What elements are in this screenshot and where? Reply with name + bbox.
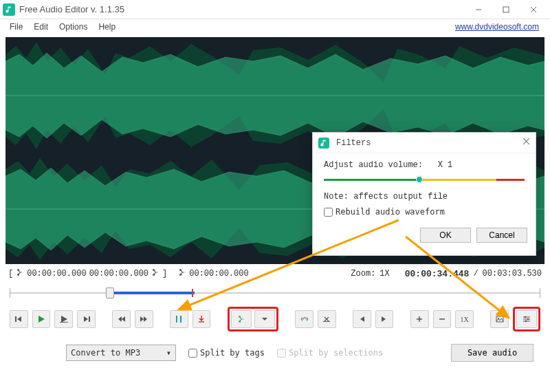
delete-selection-button[interactable] [318, 310, 336, 328]
svg-point-8 [527, 318, 529, 320]
trim-button[interactable] [295, 310, 314, 328]
filters-dialog: Filters Adjust audio volume: X 1 Note: a… [312, 132, 536, 256]
volume-value: X 1 [438, 160, 453, 170]
menu-file[interactable]: File [4, 21, 28, 33]
maximize-button[interactable] [492, 1, 520, 18]
menu-options[interactable]: Options [54, 21, 93, 33]
svg-point-9 [525, 320, 527, 323]
bracket-close: ] [162, 269, 167, 279]
zoom-out-button[interactable] [433, 310, 452, 328]
bottom-bar: Convert to MP3 ▾ Split by tags Split by … [0, 336, 550, 362]
scissors-icon [151, 268, 160, 279]
volume-label: Adjust audio volume: [324, 160, 423, 170]
svg-rect-1 [60, 322, 68, 323]
save-audio-button[interactable]: Save audio [451, 344, 534, 362]
seek-progress [109, 292, 195, 294]
title-bar: Free Audio Editor v. 1.1.35 [0, 0, 550, 19]
time-separator: / [473, 269, 478, 279]
image-button[interactable] [490, 310, 509, 328]
seek-track[interactable] [10, 286, 540, 300]
svg-rect-5 [496, 316, 503, 322]
menu-bar: File Edit Options Help www.dvdvideosoft.… [0, 19, 550, 34]
download-button[interactable] [192, 310, 211, 328]
slider-thumb[interactable] [416, 176, 423, 183]
cursor-time: 00:00:00.000 [189, 269, 248, 279]
time-info-bar: [ 00:00:00.000 00:00:00.000 ] 00:00:00.0… [0, 264, 550, 281]
website-link[interactable]: www.dvdvideosoft.com [455, 22, 539, 32]
scissors-icon [16, 268, 24, 279]
svg-rect-3 [180, 316, 182, 323]
dialog-close-button[interactable] [522, 138, 530, 148]
zoom-in-button[interactable] [410, 310, 429, 328]
scissors-icon [178, 268, 186, 279]
play-selection-button[interactable] [54, 310, 73, 328]
svg-point-7 [525, 316, 527, 318]
dialog-note: Note: affects output file [324, 192, 525, 202]
selection-end: 00:00:00.000 [89, 269, 148, 279]
caret-down-icon: ▾ [166, 348, 171, 358]
cut-highlight-box [228, 307, 278, 331]
transport-toolbar: 1X [0, 300, 550, 336]
window-title: Free Audio Editor v. 1.1.35 [19, 4, 465, 14]
play-button[interactable] [32, 310, 51, 328]
rebuild-waveform-checkbox[interactable]: Rebuild audio waveform [324, 207, 525, 217]
format-dropdown[interactable]: Convert to MP3 ▾ [66, 345, 176, 361]
go-end-button[interactable] [375, 310, 394, 328]
skip-fwd-button[interactable] [135, 310, 153, 328]
split-selections-input [277, 349, 286, 358]
filters-button[interactable] [516, 310, 537, 328]
seek-marker [192, 289, 193, 297]
app-icon [3, 3, 15, 16]
close-button[interactable] [520, 1, 547, 18]
total-time: 00:03:03.530 [483, 269, 542, 279]
skip-back-button[interactable] [112, 310, 131, 328]
svg-rect-0 [503, 7, 509, 12]
svg-rect-4 [323, 321, 330, 322]
rewind-button[interactable] [10, 310, 28, 328]
bracket-open: [ [8, 269, 13, 279]
volume-slider[interactable] [324, 175, 525, 184]
dialog-cancel-button[interactable]: Cancel [476, 228, 527, 243]
cut-more-button[interactable] [254, 310, 275, 328]
dialog-icon [318, 138, 329, 149]
marker-button[interactable] [170, 310, 188, 328]
zoom-value: 1X [380, 269, 389, 279]
minimize-button[interactable] [465, 1, 492, 18]
seek-handle[interactable] [106, 287, 114, 298]
filters-highlight-box [513, 307, 540, 331]
menu-help[interactable]: Help [93, 21, 121, 33]
dialog-title: Filters [336, 138, 371, 148]
current-time: 00:00:34.448 [405, 269, 470, 279]
svg-rect-2 [176, 316, 177, 323]
zoom-reset-button[interactable]: 1X [455, 310, 474, 328]
go-start-button[interactable] [353, 310, 371, 328]
split-selections-checkbox: Split by selections [277, 348, 383, 358]
rebuild-waveform-input[interactable] [324, 208, 333, 217]
split-tags-input[interactable] [188, 349, 197, 358]
cut-button[interactable] [231, 310, 252, 328]
forward-button[interactable] [77, 310, 96, 328]
zoom-label: Zoom: [351, 269, 375, 279]
dialog-ok-button[interactable]: OK [420, 228, 471, 243]
split-tags-checkbox[interactable]: Split by tags [188, 348, 265, 358]
selection-start: 00:00:00.000 [27, 269, 86, 279]
format-value: Convert to MP3 [71, 348, 140, 358]
menu-edit[interactable]: Edit [28, 21, 54, 33]
